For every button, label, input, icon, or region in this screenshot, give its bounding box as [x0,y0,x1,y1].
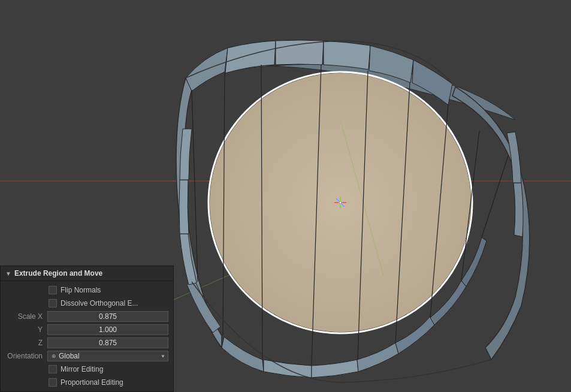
mirror-editing-row: Mirror Editing [1,363,173,376]
scale-x-label: Scale X [5,312,47,321]
scale-y-input[interactable] [47,324,168,335]
mirror-editing-label: Mirror Editing [61,365,103,373]
proportional-editing-label: Proportional Editing [61,378,123,387]
orientation-icon: ⊕ [52,353,56,359]
operator-panel: ▼ Extrude Region and Move Flip Normals D… [0,266,174,392]
panel-header[interactable]: ▼ Extrude Region and Move [1,266,173,281]
scale-z-row: Z [1,336,173,349]
flip-normals-checkbox[interactable] [49,286,57,294]
scale-x-row: Scale X [1,310,173,323]
panel-collapse-arrow: ▼ [5,270,11,277]
scale-z-label: Z [5,339,47,347]
dissolve-orthogonal-checkbox[interactable] [49,299,57,307]
scale-y-label: Y [5,325,47,334]
orientation-value: Global [59,352,80,360]
svg-point-10 [339,201,342,204]
dropdown-arrow-icon: ▼ [161,354,165,359]
panel-body: Flip Normals Dissolve Orthogonal E... Sc… [1,281,173,391]
flip-normals-row: Flip Normals [1,284,173,297]
proportional-editing-checkbox[interactable] [49,378,57,387]
panel-title: Extrude Region and Move [14,269,102,278]
orientation-dropdown[interactable]: ⊕ Global ▼ [47,351,168,361]
mirror-editing-checkbox[interactable] [49,365,57,373]
scale-z-input[interactable] [47,337,168,348]
proportional-editing-row: Proportional Editing [1,376,173,389]
orientation-label: Orientation [5,352,47,360]
dissolve-orthogonal-row: Dissolve Orthogonal E... [1,297,173,310]
scale-x-input[interactable] [47,311,168,322]
dissolve-orthogonal-label: Dissolve Orthogonal E... [61,299,138,307]
flip-normals-label: Flip Normals [61,286,101,294]
orientation-row: Orientation ⊕ Global ▼ [1,349,173,363]
scale-y-row: Y [1,323,173,336]
